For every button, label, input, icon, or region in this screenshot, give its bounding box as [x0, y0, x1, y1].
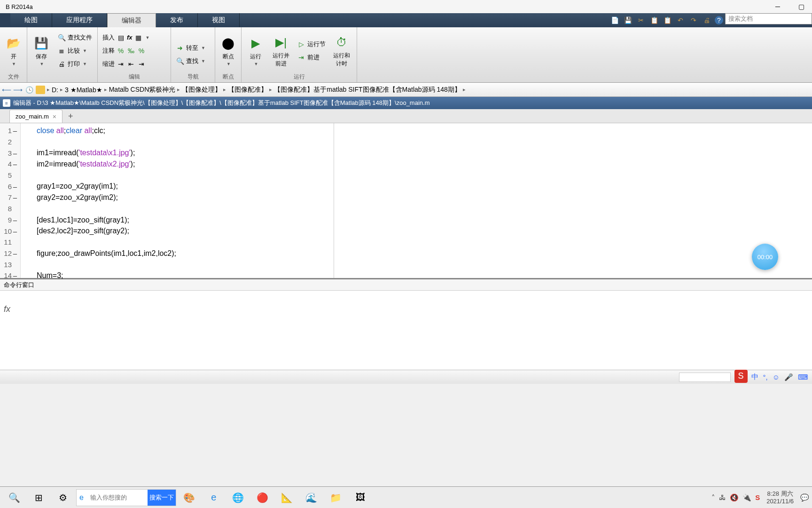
- insert-button[interactable]: 插入 ▤ fx ▦▼: [101, 32, 151, 43]
- find-files-button[interactable]: 🔍查找文件: [55, 32, 94, 43]
- tab-editor[interactable]: 编辑器: [107, 13, 156, 27]
- cut-icon[interactable]: ✂: [636, 15, 646, 25]
- edge-legacy-icon[interactable]: e: [203, 488, 225, 507]
- goto-icon: ➜: [176, 44, 184, 52]
- code-line[interactable]: [37, 237, 812, 248]
- notifications-icon[interactable]: 💬: [800, 493, 809, 502]
- run-group-label: 运行: [243, 73, 355, 81]
- code-line[interactable]: [37, 136, 812, 148]
- code-line[interactable]: Num=3;: [37, 270, 812, 281]
- code-line[interactable]: [des2,loc2]=zoo_sift(gray2);: [37, 225, 812, 237]
- redo-icon[interactable]: ↷: [688, 15, 699, 25]
- chrome-icon[interactable]: 🔴: [251, 488, 274, 507]
- open-button[interactable]: 📂 开 ▼: [2, 32, 25, 70]
- print-icon[interactable]: 🖨: [702, 15, 712, 25]
- crumb-5[interactable]: 【图像配准】基于matlab SIFT图像配准【含Matlab源码 148期】: [274, 86, 461, 94]
- crumb-drive[interactable]: D:: [52, 86, 58, 94]
- history-button[interactable]: 🕓: [24, 85, 34, 95]
- photos-icon[interactable]: 🖼: [349, 488, 372, 507]
- command-window[interactable]: fx: [0, 291, 812, 370]
- app-icon-1[interactable]: 🎨: [178, 488, 201, 507]
- forward-button[interactable]: ⟶: [13, 85, 23, 95]
- breakpoints-group-label: 断点: [217, 73, 239, 81]
- code-line[interactable]: [37, 259, 812, 270]
- shortcut-icon[interactable]: 📄: [609, 15, 620, 25]
- code-line[interactable]: [37, 170, 812, 181]
- editor-path: 编辑器 - D:\3 ★Matlab★\Matalb CSDN紫极神光\【图像处…: [13, 99, 429, 107]
- save-icon[interactable]: 💾: [623, 15, 633, 25]
- print-button[interactable]: 🖨打印▼: [55, 58, 94, 70]
- ime-badge[interactable]: S: [734, 370, 748, 383]
- code-line[interactable]: figure;zoo_drawPoints(im1,loc1,im2,loc2)…: [37, 248, 812, 259]
- save-disk-icon: 💾: [33, 35, 50, 52]
- code-content[interactable]: close all;clear all;clc;im1=imread('test…: [21, 123, 812, 278]
- undo-icon[interactable]: ↶: [675, 15, 686, 25]
- file-tab-active[interactable]: zoo_main.m ×: [9, 110, 62, 123]
- file-explorer-icon[interactable]: 📁: [325, 488, 347, 507]
- run-time-button[interactable]: ⏱ 运行和 计时: [329, 32, 354, 70]
- taskbar-search[interactable]: e 搜索一下: [76, 489, 176, 506]
- ribbon: 📂 开 ▼ 文件 💾 保存 ▼ 🔍查找文件 ≣比较▼ 🖨打印▼ 插入 ▤ fx: [0, 27, 812, 83]
- ime-keyboard-icon[interactable]: ⌨: [798, 373, 808, 381]
- edge-icon[interactable]: 🌐: [227, 488, 250, 507]
- matlab-icon[interactable]: 📐: [276, 488, 298, 507]
- crumb-3[interactable]: 【图像处理】: [182, 86, 221, 94]
- code-line[interactable]: gray2=zoo_x2gray(im2);: [37, 192, 812, 203]
- tray-ime-icon[interactable]: S: [755, 493, 760, 501]
- run-advance-button[interactable]: ▶| 运行并 前进: [269, 32, 293, 70]
- tab-plot[interactable]: 绘图: [10, 13, 52, 27]
- comment-button[interactable]: 注释 % ‰ %: [101, 45, 151, 56]
- code-editor[interactable]: 1–23–4–56–7–89–10–1112–1314– close all;c…: [0, 123, 812, 279]
- taskbar-search-input[interactable]: [86, 494, 148, 501]
- ime-punct-icon[interactable]: °,: [763, 373, 768, 381]
- crumb-4[interactable]: 【图像配准】: [228, 86, 267, 94]
- maximize-button[interactable]: ▢: [794, 3, 808, 10]
- screen-recorder-timer[interactable]: 00:00: [752, 244, 778, 270]
- obs-icon[interactable]: ⚙: [52, 488, 74, 507]
- minimize-button[interactable]: ─: [771, 3, 785, 10]
- code-line[interactable]: [37, 203, 812, 214]
- taskbar-clock[interactable]: 8:28 周六 2021/11/6: [764, 490, 796, 505]
- tab-apps[interactable]: 应用程序: [52, 13, 107, 27]
- find-files-icon: 🔍: [57, 33, 66, 42]
- copy-icon[interactable]: 📋: [649, 15, 659, 25]
- breakpoints-button[interactable]: ⬤ 断点 ▼: [217, 32, 239, 70]
- crumb-1[interactable]: 3 ★Matlab★: [65, 86, 102, 94]
- find-button[interactable]: 🔍查找▼: [174, 56, 207, 67]
- tray-battery-icon[interactable]: 🔌: [742, 493, 751, 502]
- run-section-button[interactable]: ▷运行节: [295, 39, 328, 50]
- code-line[interactable]: gray1=zoo_x2gray(im1);: [37, 181, 812, 192]
- tab-publish[interactable]: 发布: [156, 13, 198, 27]
- open-folder-icon: 📂: [5, 35, 22, 52]
- ime-lang[interactable]: 中: [751, 373, 758, 381]
- compare-button[interactable]: ≣比较▼: [55, 45, 94, 56]
- crumb-2[interactable]: Matalb CSDN紫极神光: [109, 86, 176, 94]
- indent-button[interactable]: 缩进 ⇥ ⇤ ⇥: [101, 58, 151, 70]
- tab-view[interactable]: 视图: [198, 13, 240, 27]
- app-icon-2[interactable]: 🌊: [300, 488, 323, 507]
- taskbar-search-button[interactable]: 搜索一下: [148, 490, 176, 506]
- run-advance-icon: ▶|: [273, 34, 289, 51]
- ime-emoji-icon[interactable]: ☺: [773, 373, 780, 381]
- tray-chevron-icon[interactable]: ˄: [711, 493, 715, 502]
- advance-button[interactable]: ⇥前进: [295, 52, 328, 63]
- search-docs-input[interactable]: 搜索文档: [725, 13, 812, 24]
- code-line[interactable]: [des1,loc1]=zoo_sift(gray1);: [37, 214, 812, 226]
- new-tab-button[interactable]: +: [62, 110, 79, 123]
- run-button[interactable]: ▶ 运行 ▼: [243, 32, 268, 70]
- help-icon[interactable]: ?: [715, 16, 723, 24]
- code-line[interactable]: im1=imread('testdata\x1.jpg');: [37, 147, 812, 159]
- code-line[interactable]: close all;clear all;clc;: [37, 125, 812, 136]
- tray-volume-icon[interactable]: 🔇: [730, 493, 739, 502]
- ime-mic-icon[interactable]: 🎤: [784, 373, 793, 381]
- advance-icon: ⇥: [297, 53, 305, 62]
- code-line[interactable]: im2=imread('testdata\x2.jpg');: [37, 159, 812, 170]
- goto-button[interactable]: ➜转至▼: [174, 42, 207, 54]
- back-button[interactable]: ⟵: [2, 85, 11, 95]
- task-view-icon[interactable]: ⊞: [27, 488, 50, 507]
- start-search-icon[interactable]: 🔍: [3, 488, 25, 507]
- save-button[interactable]: 💾 保存 ▼: [29, 32, 54, 70]
- paste-icon[interactable]: 📋: [662, 15, 672, 25]
- tray-network-icon[interactable]: 🖧: [719, 493, 726, 501]
- close-tab-icon[interactable]: ×: [53, 113, 56, 120]
